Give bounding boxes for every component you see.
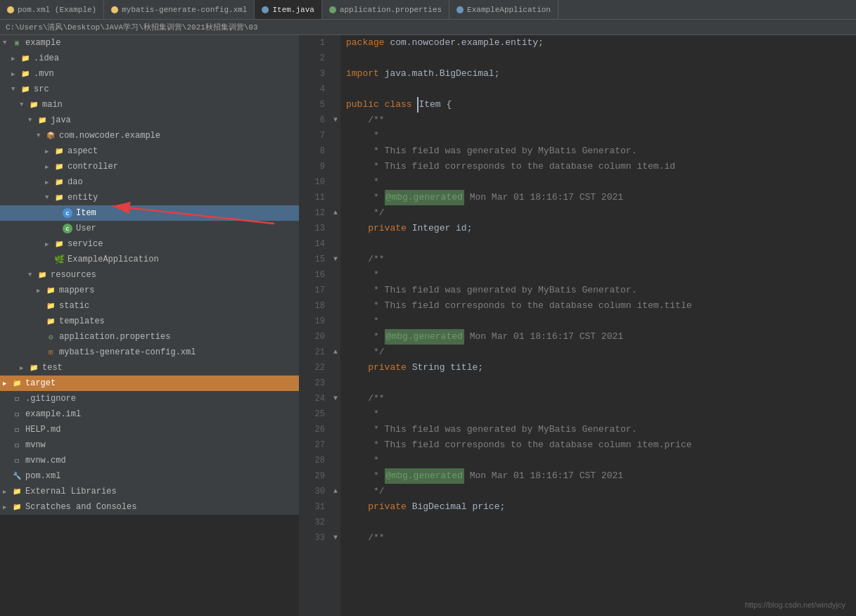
arrow-pomxml: ▶ bbox=[3, 473, 11, 480]
sidebar-item-scratches[interactable]: ▶ 📁 Scratches and Consoles bbox=[0, 499, 299, 515]
line-num-20: 20 bbox=[299, 329, 325, 345]
sidebar-item-mvnw[interactable]: ▶ ◻ mvnw bbox=[0, 437, 299, 453]
pomxml-icon: 🔧 bbox=[11, 471, 23, 481]
sidebar-item-java[interactable]: ▼ 📁 java bbox=[0, 113, 299, 128]
code-area[interactable]: 1 2 3 4 5 6 7 8 9 10 11 12 13 14 15 16 1… bbox=[299, 35, 856, 616]
fold-9 bbox=[331, 159, 340, 174]
sidebar-item-label-mvnwcmd: mvnw.cmd bbox=[25, 456, 66, 466]
code-editor: 1 2 3 4 5 6 7 8 9 10 11 12 13 14 15 16 1… bbox=[299, 35, 856, 616]
fold-21[interactable]: ▲ bbox=[331, 345, 340, 360]
arrow-java: ▼ bbox=[28, 117, 37, 124]
arrow-controller: ▶ bbox=[45, 163, 53, 171]
fold-5 bbox=[331, 97, 340, 113]
sidebar-item-label-templates: templates bbox=[59, 316, 105, 326]
sidebar-item-label-src: src bbox=[34, 84, 49, 94]
fold-12[interactable]: ▲ bbox=[331, 205, 340, 221]
tab-example-app[interactable]: ExampleApplication bbox=[449, 0, 558, 19]
arrow-service: ▶ bbox=[45, 240, 53, 248]
sidebar-item-mappers[interactable]: ▶ 📁 mappers bbox=[0, 283, 299, 298]
line-num-19: 19 bbox=[299, 314, 325, 329]
sidebar-item-label-item: Item bbox=[76, 208, 96, 218]
package-icon: 📦 bbox=[45, 131, 56, 141]
sidebar-item-label-aspect: aspect bbox=[68, 146, 98, 156]
sidebar-item-gitignore[interactable]: ▶ ◻ .gitignore bbox=[0, 391, 299, 406]
sidebar-item-aspect[interactable]: ▶ 📁 aspect bbox=[0, 143, 299, 159]
sidebar-item-app-properties[interactable]: ▶ ⚙ application.properties bbox=[0, 329, 299, 345]
sidebar-item-dao[interactable]: ▶ 📁 dao bbox=[0, 174, 299, 190]
line-num-15: 15 bbox=[299, 252, 325, 267]
fold-15[interactable]: ▼ bbox=[331, 252, 340, 267]
code-line-1: package com.nowcoder.example.entity; bbox=[346, 35, 856, 51]
fold-28 bbox=[331, 453, 340, 468]
sidebar-item-user[interactable]: ▶ C User bbox=[0, 221, 299, 236]
sidebar-item-pomxml[interactable]: ▶ 🔧 pom.xml bbox=[0, 468, 299, 484]
arrow-example: ▼ bbox=[3, 39, 11, 46]
mvnwcmd-icon: ◻ bbox=[11, 456, 23, 466]
code-line-29: * @mbg.generated Mon Mar 01 18:16:17 CST… bbox=[346, 468, 856, 484]
sidebar-item-label-ext-libs: External Libraries bbox=[25, 487, 117, 496]
folder-icon-service: 📁 bbox=[53, 239, 65, 249]
fold-33[interactable]: ▼ bbox=[331, 530, 340, 546]
code-line-28: * bbox=[346, 453, 856, 468]
sidebar-item-item[interactable]: ▶ C Item bbox=[0, 205, 299, 221]
sidebar-item-controller[interactable]: ▶ 📁 controller bbox=[0, 159, 299, 174]
fold-26 bbox=[331, 422, 340, 437]
sidebar-item-static[interactable]: ▶ 📁 static bbox=[0, 298, 299, 314]
folder-icon-main: 📁 bbox=[28, 100, 39, 110]
sidebar-item-mybatis-config[interactable]: ▶ ⊞ mybatis-generate-config.xml bbox=[0, 345, 299, 360]
code-line-18: * This field corresponds to the database… bbox=[346, 298, 856, 314]
tab-mybatis-config[interactable]: mybatis-generate-config.xml bbox=[104, 0, 255, 19]
md-icon: ◻ bbox=[11, 425, 23, 435]
sidebar-item-target[interactable]: ▶ 📁 target bbox=[0, 376, 299, 391]
line-num-4: 4 bbox=[299, 82, 325, 97]
code-line-12: */ bbox=[346, 205, 856, 221]
sidebar-item-idea[interactable]: ▶ 📁 .idea bbox=[0, 51, 299, 66]
gitignore-icon: ◻ bbox=[11, 394, 23, 404]
sidebar-item-label-gitignore: .gitignore bbox=[25, 394, 76, 404]
path-text: C:\Users\清风\Desktop\JAVA学习\秋招集训营\2021秋招集… bbox=[6, 22, 258, 32]
fold-19 bbox=[331, 314, 340, 329]
sidebar-item-test[interactable]: ▶ 📁 test bbox=[0, 360, 299, 376]
sidebar-item-helpmd[interactable]: ▶ ◻ HELP.md bbox=[0, 422, 299, 437]
line-num-3: 3 bbox=[299, 66, 325, 82]
folder-icon-aspect: 📁 bbox=[53, 146, 65, 156]
annotation-mbg-3: @mbg.generated bbox=[385, 468, 464, 484]
sidebar-item-service[interactable]: ▶ 📁 service bbox=[0, 236, 299, 252]
sidebar-item-src[interactable]: ▼ 📁 src bbox=[0, 82, 299, 97]
arrow-package: ▼ bbox=[37, 132, 45, 139]
sidebar-item-entity[interactable]: ▼ 📁 entity bbox=[0, 190, 299, 205]
sidebar-item-resources[interactable]: ▼ 📁 resources bbox=[0, 267, 299, 283]
sidebar-item-package[interactable]: ▼ 📦 com.nowcoder.example bbox=[0, 128, 299, 143]
sidebar-item-iml[interactable]: ▶ ◻ example.iml bbox=[0, 406, 299, 422]
sidebar-item-example[interactable]: ▼ ▣ example bbox=[0, 35, 299, 51]
sidebar-item-mvnwcmd[interactable]: ▶ ◻ mvnw.cmd bbox=[0, 453, 299, 468]
arrow-mvn: ▶ bbox=[11, 70, 20, 78]
xml-tab-icon2 bbox=[111, 6, 118, 13]
sidebar-item-example-app[interactable]: ▶ 🌿 ExampleApplication bbox=[0, 252, 299, 267]
sidebar-item-label-dao: dao bbox=[68, 177, 83, 187]
sidebar-item-main[interactable]: ▼ 📁 main bbox=[0, 97, 299, 113]
tab-pom-xml[interactable]: pom.xml (Example) bbox=[0, 0, 104, 19]
sidebar-item-ext-libs[interactable]: ▶ 📁 External Libraries bbox=[0, 484, 299, 499]
fold-30[interactable]: ▲ bbox=[331, 484, 340, 499]
tab-example-app-label: ExampleApplication bbox=[467, 6, 551, 14]
code-line-5: public class Item { bbox=[346, 97, 856, 113]
arrow-example-app: ▶ bbox=[45, 256, 53, 264]
fold-24[interactable]: ▼ bbox=[331, 391, 340, 406]
annotation-mbg-1: @mbg.generated bbox=[385, 190, 464, 205]
code-line-23 bbox=[346, 376, 856, 391]
tab-app-properties[interactable]: application.properties bbox=[322, 0, 449, 19]
code-lines[interactable]: package com.nowcoder.example.entity; imp… bbox=[340, 35, 856, 616]
code-line-3: import java.math.BigDecimal; bbox=[346, 66, 856, 82]
sidebar-item-label-idea: .idea bbox=[34, 53, 59, 63]
code-line-14 bbox=[346, 236, 856, 252]
fold-6[interactable]: ▼ bbox=[331, 113, 340, 128]
sidebar-item-templates[interactable]: ▶ 📁 templates bbox=[0, 314, 299, 329]
tab-item-java[interactable]: Item.java bbox=[255, 0, 321, 19]
arrow-mappers: ▶ bbox=[37, 287, 45, 295]
kw-package: package bbox=[346, 35, 385, 51]
fold-1 bbox=[331, 35, 340, 51]
sidebar-item-mvn[interactable]: ▶ 📁 .mvn bbox=[0, 66, 299, 82]
folder-icon-test: 📁 bbox=[28, 363, 39, 373]
code-line-27: * This field corresponds to the database… bbox=[346, 437, 856, 453]
